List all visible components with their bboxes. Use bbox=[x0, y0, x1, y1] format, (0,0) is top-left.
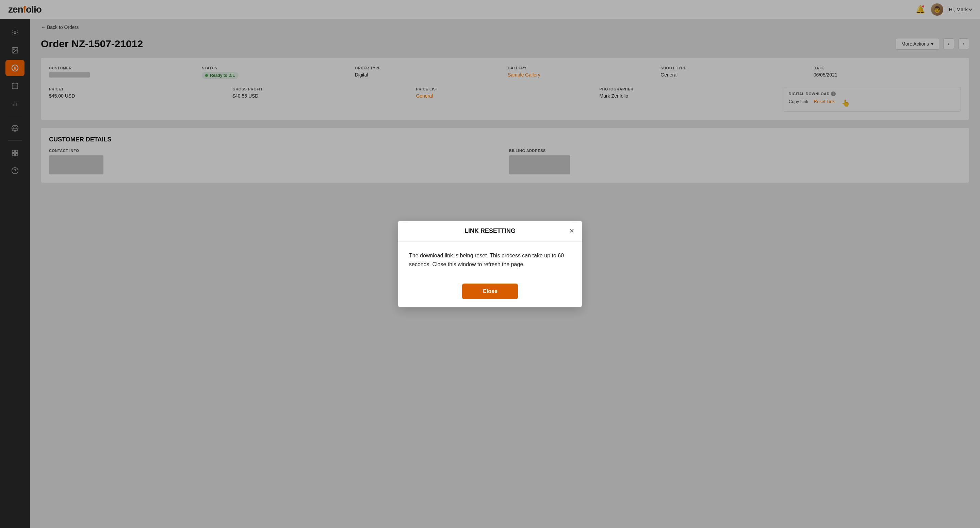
modal-body: The download link is being reset. This p… bbox=[398, 242, 582, 278]
modal-title: LINK RESETTING bbox=[465, 227, 515, 235]
modal-close-action-button[interactable]: Close bbox=[462, 284, 518, 299]
link-resetting-modal: LINK RESETTING ✕ The download link is be… bbox=[398, 220, 582, 308]
modal-overlay: LINK RESETTING ✕ The download link is be… bbox=[0, 0, 980, 528]
modal-header: LINK RESETTING ✕ bbox=[398, 220, 582, 242]
modal-body-text: The download link is being reset. This p… bbox=[409, 251, 571, 269]
modal-footer: Close bbox=[398, 278, 582, 308]
modal-close-button[interactable]: ✕ bbox=[567, 226, 576, 236]
